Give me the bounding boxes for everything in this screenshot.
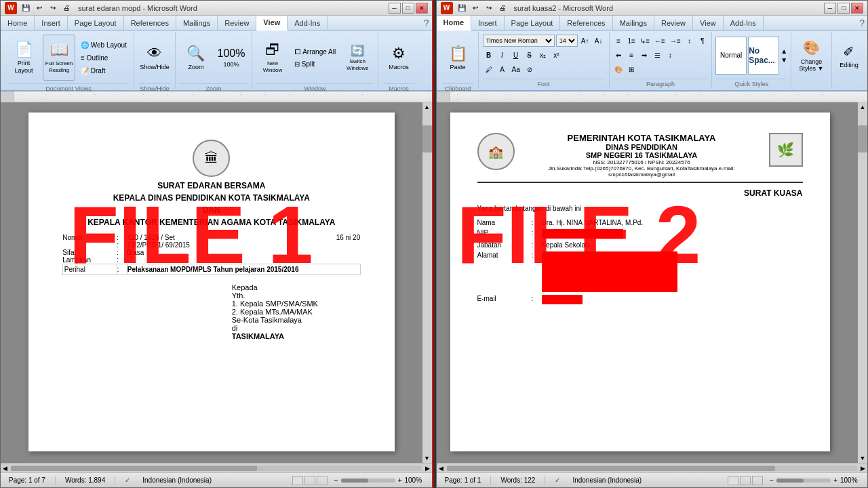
undo-btn[interactable]: ↩ bbox=[33, 2, 45, 14]
save-btn-r[interactable]: 💾 bbox=[456, 2, 468, 14]
ribbon-help-right[interactable]: ? bbox=[859, 18, 865, 28]
font-grow-btn[interactable]: A↑ bbox=[579, 35, 591, 47]
ribbon-help-left[interactable]: ? bbox=[424, 18, 429, 28]
hscroll-right-btn-r[interactable]: ▶ bbox=[859, 465, 867, 472]
scroll-up-left[interactable]: ▲ bbox=[422, 102, 432, 112]
editing-btn[interactable]: Editing bbox=[840, 62, 859, 68]
superscript-btn[interactable]: x² bbox=[551, 49, 563, 61]
style-down-btn[interactable]: ▼ bbox=[781, 56, 787, 64]
redo-btn[interactable]: ↪ bbox=[47, 2, 59, 14]
tab-insert-left[interactable]: Insert bbox=[35, 16, 68, 30]
scrollbar-thumb-right[interactable] bbox=[858, 125, 867, 152]
font-shrink-btn[interactable]: A↓ bbox=[593, 35, 605, 47]
doc-scroll-right[interactable]: FILE 2 🏫 PEMERINTAH KOTA TASIKMALAYA DIN… bbox=[437, 102, 859, 463]
scroll-up-right[interactable]: ▲ bbox=[858, 102, 867, 112]
showmarks-btn[interactable]: ¶ bbox=[696, 35, 709, 47]
zoom-minus[interactable]: − bbox=[334, 476, 338, 484]
scrollbar-thumb-left[interactable] bbox=[422, 125, 432, 152]
paste-btn[interactable]: 📋 Paste bbox=[441, 35, 474, 81]
draft-btn[interactable]: 📝 Draft bbox=[78, 66, 130, 76]
tab-home-left[interactable]: Home bbox=[1, 16, 35, 30]
minimize-btn-left[interactable]: ─ bbox=[389, 3, 401, 14]
view-web-btn[interactable] bbox=[317, 476, 328, 485]
fullscreen-reading-btn[interactable]: 📖 Full ScreenReading bbox=[43, 35, 75, 81]
outline-btn[interactable]: ≡ Outline bbox=[78, 53, 130, 63]
view-print-btn[interactable] bbox=[292, 476, 303, 485]
bold-btn[interactable]: B bbox=[483, 49, 495, 61]
print-layout-btn[interactable]: 📄 PrintLayout bbox=[7, 35, 40, 81]
web-layout-btn[interactable]: 🌐 Web Layout bbox=[78, 40, 130, 50]
zoom-slider-left[interactable] bbox=[341, 479, 395, 483]
subscript-btn[interactable]: x₂ bbox=[537, 49, 549, 61]
tab-pagelayout-left[interactable]: Page Layout bbox=[68, 16, 124, 30]
zoom-slider-right[interactable] bbox=[776, 479, 831, 483]
tab-pagelayout-right[interactable]: Page Layout bbox=[505, 16, 561, 30]
zoom-btn[interactable]: 🔍 Zoom bbox=[180, 35, 212, 81]
status-spellcheck-left[interactable]: ✓ bbox=[122, 476, 133, 484]
numbering-btn[interactable]: 1≡ bbox=[625, 35, 637, 47]
print-btn[interactable]: 🖨 bbox=[60, 2, 73, 14]
scroll-down-left[interactable]: ▼ bbox=[422, 453, 432, 463]
zoom-plus[interactable]: + bbox=[398, 476, 402, 484]
tab-addins-left[interactable]: Add-Ins bbox=[288, 16, 328, 30]
print-btn-r[interactable]: 🖨 bbox=[496, 2, 509, 14]
status-spellcheck-right[interactable]: ✓ bbox=[552, 476, 563, 484]
tab-view-left[interactable]: View bbox=[256, 16, 288, 30]
doc-scroll-left[interactable]: FILE 1 🏛 SURAT EDARAN BERSAMA KEPALA DIN… bbox=[1, 102, 422, 463]
tab-review-right[interactable]: Review bbox=[654, 16, 693, 30]
bullets-btn[interactable]: ≡ bbox=[612, 35, 625, 47]
clearformat-btn[interactable]: ⊘ bbox=[524, 63, 536, 75]
hscrollbar-right[interactable]: ◀ ▶ bbox=[437, 463, 868, 472]
zoom100-btn[interactable]: 100% 100% bbox=[215, 35, 248, 81]
split-btn[interactable]: ⊟ Split bbox=[292, 59, 338, 69]
showhide-btn[interactable]: 👁 Show/Hide bbox=[138, 35, 171, 81]
save-btn[interactable]: 💾 bbox=[20, 2, 32, 14]
texteffect-btn[interactable]: Aa bbox=[510, 63, 522, 75]
underline-btn[interactable]: U bbox=[510, 49, 522, 61]
style-heading1-box[interactable]: No Spac... bbox=[748, 37, 779, 75]
close-btn-left[interactable]: ✕ bbox=[416, 3, 428, 14]
tab-references-right[interactable]: References bbox=[560, 16, 612, 30]
shading-btn[interactable]: 🎨 bbox=[612, 63, 625, 75]
hscroll-track-left[interactable] bbox=[11, 466, 422, 471]
strikethrough-btn[interactable]: S bbox=[524, 49, 536, 61]
align-left-btn[interactable]: ⬅ bbox=[612, 49, 625, 61]
tab-review-left[interactable]: Review bbox=[218, 16, 256, 30]
hscrollbar-left[interactable]: ◀ ▶ bbox=[1, 463, 432, 472]
hscroll-thumb-left[interactable] bbox=[11, 466, 257, 471]
hscroll-left-btn[interactable]: ◀ bbox=[1, 465, 9, 472]
multilevel-btn[interactable]: ↳≡ bbox=[638, 35, 652, 47]
zoom-minus-r[interactable]: − bbox=[770, 476, 774, 484]
hscroll-left-btn-r[interactable]: ◀ bbox=[437, 465, 446, 472]
align-center-btn[interactable]: ≡ bbox=[625, 49, 637, 61]
tab-mailings-right[interactable]: Mailings bbox=[613, 16, 654, 30]
arrangall-btn[interactable]: ⧠ Arrange All bbox=[292, 47, 338, 57]
align-right-btn[interactable]: ➡ bbox=[638, 49, 650, 61]
view-fullread-btn-r[interactable] bbox=[740, 476, 751, 485]
scrollbar-left[interactable]: ▲ ▼ bbox=[422, 102, 432, 463]
hscroll-track-right[interactable] bbox=[447, 466, 858, 471]
style-normal-box[interactable]: Normal bbox=[715, 37, 747, 75]
maximize-btn-left[interactable]: □ bbox=[402, 3, 414, 14]
tab-mailings-left[interactable]: Mailings bbox=[176, 16, 218, 30]
italic-btn[interactable]: I bbox=[496, 49, 509, 61]
font-size-select[interactable]: 14 bbox=[556, 35, 578, 47]
font-family-select[interactable]: Times New Roman bbox=[483, 35, 555, 47]
view-fullread-btn[interactable] bbox=[304, 476, 315, 485]
scrollbar-right[interactable]: ▲ ▼ bbox=[858, 102, 867, 463]
hscroll-thumb-right[interactable] bbox=[447, 466, 775, 471]
undo-btn-r[interactable]: ↩ bbox=[469, 2, 481, 14]
sort-btn[interactable]: ↕ bbox=[684, 35, 696, 47]
increase-indent-btn[interactable]: →≡ bbox=[668, 35, 683, 47]
view-web-btn-r[interactable] bbox=[752, 476, 763, 485]
macros-btn[interactable]: ⚙ Macros bbox=[382, 35, 415, 81]
maximize-btn-right[interactable]: □ bbox=[837, 3, 850, 14]
linespacing-btn[interactable]: ↕ bbox=[664, 49, 676, 61]
close-btn-right[interactable]: ✕ bbox=[851, 3, 863, 14]
tab-references-left[interactable]: References bbox=[124, 16, 176, 30]
redo-btn-r[interactable]: ↪ bbox=[483, 2, 495, 14]
change-styles-btn[interactable]: ChangeStyles ▼ bbox=[800, 58, 824, 72]
zoom-plus-r[interactable]: + bbox=[833, 476, 837, 484]
scroll-down-right[interactable]: ▼ bbox=[858, 453, 867, 463]
border-btn[interactable]: ⊞ bbox=[625, 63, 637, 75]
